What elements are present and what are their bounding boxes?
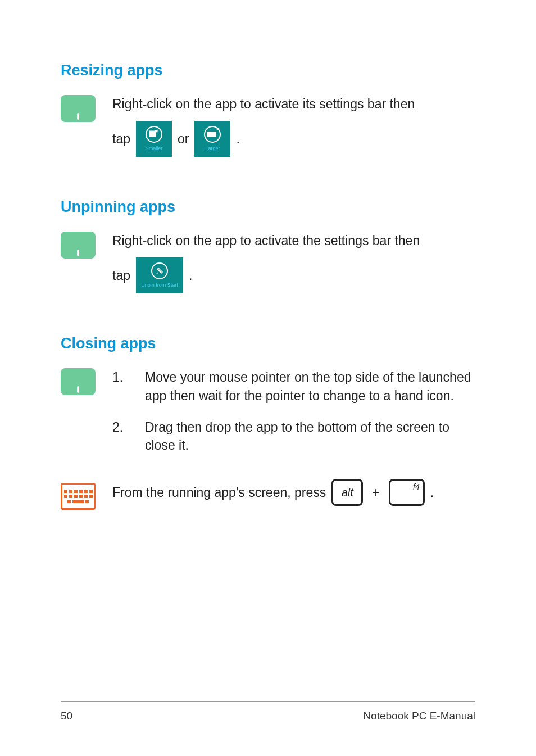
touchpad-icon — [61, 368, 96, 395]
tile-unpin-label: Unpin from Start — [141, 282, 178, 289]
list-item: 1. Move your mouse pointer on the top si… — [112, 368, 475, 404]
closing-keyboard-text: From the running app's screen, press — [112, 483, 326, 501]
closing-period: . — [430, 483, 434, 501]
keycap-f4: f4 — [389, 479, 425, 506]
tile-smaller: Smaller — [136, 121, 172, 157]
resizing-period: . — [236, 130, 239, 148]
doc-title: Notebook PC E-Manual — [363, 710, 475, 722]
heading-resizing: Resizing apps — [61, 62, 475, 79]
heading-closing: Closing apps — [61, 335, 475, 352]
tile-smaller-label: Smaller — [146, 145, 163, 152]
svg-rect-1 — [207, 132, 216, 137]
heading-unpinning: Unpinning apps — [61, 198, 475, 216]
resizing-or: or — [178, 130, 189, 148]
plus-sign: + — [369, 483, 383, 501]
tile-larger: Larger — [194, 121, 230, 157]
unpinning-period: . — [189, 266, 192, 284]
step1-text: Move your mouse pointer on the top side … — [145, 368, 475, 404]
keyboard-icon — [61, 483, 96, 510]
unpinning-tap: tap — [112, 266, 130, 284]
tile-unpin: Unpin from Start — [136, 257, 183, 293]
step2-number: 2. — [112, 418, 129, 454]
touchpad-icon — [61, 232, 96, 259]
page-number: 50 — [61, 710, 72, 722]
step2-text: Drag then drop the app to the bottom of … — [145, 418, 475, 454]
svg-rect-0 — [149, 130, 156, 137]
keycap-alt: alt — [331, 479, 363, 506]
resizing-tap: tap — [112, 130, 130, 148]
unpinning-line1: Right-click on the app to activate the s… — [112, 232, 420, 250]
resizing-line1: Right-click on the app to activate its s… — [112, 95, 415, 113]
list-item: 2. Drag then drop the app to the bottom … — [112, 418, 475, 454]
step1-number: 1. — [112, 368, 129, 404]
tile-larger-label: Larger — [205, 145, 220, 152]
touchpad-icon — [61, 95, 96, 122]
